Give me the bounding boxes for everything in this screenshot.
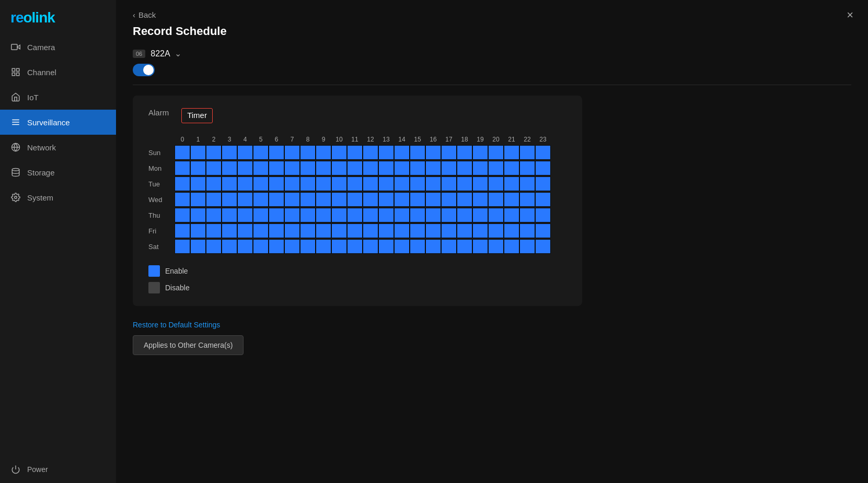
cell-thu-11[interactable] <box>347 208 363 222</box>
cell-sun-15[interactable] <box>410 145 425 160</box>
cell-thu-13[interactable] <box>378 208 394 222</box>
cell-wed-23[interactable] <box>535 192 551 207</box>
cell-sat-8[interactable] <box>300 239 316 254</box>
cell-mon-13[interactable] <box>378 161 394 175</box>
cell-wed-2[interactable] <box>206 192 222 207</box>
cell-mon-4[interactable] <box>237 161 253 175</box>
cell-tue-8[interactable] <box>300 176 316 191</box>
sidebar-item-surveillance[interactable]: Surveillance <box>0 110 116 135</box>
cell-fri-0[interactable] <box>175 223 190 238</box>
sidebar-item-network[interactable]: Network <box>0 135 116 160</box>
cell-fri-1[interactable] <box>190 223 206 238</box>
cell-sat-10[interactable] <box>331 239 347 254</box>
cell-tue-19[interactable] <box>472 176 488 191</box>
cell-wed-16[interactable] <box>425 192 441 207</box>
cell-wed-8[interactable] <box>300 192 316 207</box>
cell-thu-22[interactable] <box>519 208 535 222</box>
cell-mon-7[interactable] <box>284 161 300 175</box>
cell-tue-17[interactable] <box>441 176 457 191</box>
cell-sat-7[interactable] <box>284 239 300 254</box>
cell-fri-12[interactable] <box>363 223 378 238</box>
cell-sun-12[interactable] <box>363 145 378 160</box>
cell-sun-22[interactable] <box>519 145 535 160</box>
cell-tue-6[interactable] <box>269 176 284 191</box>
cell-wed-21[interactable] <box>504 192 519 207</box>
tab-timer[interactable]: Timer <box>181 108 213 123</box>
sidebar-item-channel[interactable]: Channel <box>0 60 116 85</box>
cell-mon-17[interactable] <box>441 161 457 175</box>
cell-fri-13[interactable] <box>378 223 394 238</box>
cell-fri-11[interactable] <box>347 223 363 238</box>
cell-mon-12[interactable] <box>363 161 378 175</box>
cell-tue-20[interactable] <box>488 176 504 191</box>
cell-fri-19[interactable] <box>472 223 488 238</box>
cell-sun-8[interactable] <box>300 145 316 160</box>
cell-sun-7[interactable] <box>284 145 300 160</box>
cell-fri-16[interactable] <box>425 223 441 238</box>
cell-fri-4[interactable] <box>237 223 253 238</box>
cell-wed-11[interactable] <box>347 192 363 207</box>
cell-thu-12[interactable] <box>363 208 378 222</box>
cell-tue-14[interactable] <box>394 176 410 191</box>
tab-alarm[interactable]: Alarm <box>148 108 169 123</box>
cell-sun-9[interactable] <box>316 145 331 160</box>
sidebar-item-system[interactable]: System <box>0 185 116 210</box>
cell-sat-23[interactable] <box>535 239 551 254</box>
close-button[interactable]: × <box>847 9 853 21</box>
cell-mon-22[interactable] <box>519 161 535 175</box>
cell-sat-0[interactable] <box>175 239 190 254</box>
cell-fri-15[interactable] <box>410 223 425 238</box>
cell-mon-21[interactable] <box>504 161 519 175</box>
cell-mon-8[interactable] <box>300 161 316 175</box>
cell-mon-16[interactable] <box>425 161 441 175</box>
cell-mon-3[interactable] <box>222 161 237 175</box>
cell-mon-5[interactable] <box>253 161 269 175</box>
cell-wed-13[interactable] <box>378 192 394 207</box>
cell-fri-8[interactable] <box>300 223 316 238</box>
cell-sun-19[interactable] <box>472 145 488 160</box>
cell-sun-11[interactable] <box>347 145 363 160</box>
cell-wed-6[interactable] <box>269 192 284 207</box>
cell-tue-23[interactable] <box>535 176 551 191</box>
cell-thu-6[interactable] <box>269 208 284 222</box>
cell-sat-19[interactable] <box>472 239 488 254</box>
cell-thu-21[interactable] <box>504 208 519 222</box>
back-link[interactable]: ‹ Back <box>133 10 851 19</box>
cell-sat-5[interactable] <box>253 239 269 254</box>
cell-thu-18[interactable] <box>457 208 472 222</box>
cell-sun-21[interactable] <box>504 145 519 160</box>
cell-sun-6[interactable] <box>269 145 284 160</box>
cell-wed-15[interactable] <box>410 192 425 207</box>
cell-thu-23[interactable] <box>535 208 551 222</box>
cell-tue-5[interactable] <box>253 176 269 191</box>
cell-fri-9[interactable] <box>316 223 331 238</box>
cell-tue-9[interactable] <box>316 176 331 191</box>
cell-tue-21[interactable] <box>504 176 519 191</box>
cell-sat-22[interactable] <box>519 239 535 254</box>
cell-sun-23[interactable] <box>535 145 551 160</box>
cell-wed-18[interactable] <box>457 192 472 207</box>
cell-thu-20[interactable] <box>488 208 504 222</box>
cell-sat-18[interactable] <box>457 239 472 254</box>
cell-fri-5[interactable] <box>253 223 269 238</box>
cell-tue-4[interactable] <box>237 176 253 191</box>
cell-mon-14[interactable] <box>394 161 410 175</box>
cell-sat-2[interactable] <box>206 239 222 254</box>
cell-thu-4[interactable] <box>237 208 253 222</box>
cell-wed-14[interactable] <box>394 192 410 207</box>
cell-tue-13[interactable] <box>378 176 394 191</box>
cell-sun-5[interactable] <box>253 145 269 160</box>
cell-thu-1[interactable] <box>190 208 206 222</box>
cell-wed-19[interactable] <box>472 192 488 207</box>
cell-tue-16[interactable] <box>425 176 441 191</box>
cell-sat-20[interactable] <box>488 239 504 254</box>
camera-dropdown[interactable]: 822A ⌄ <box>151 49 181 58</box>
cell-fri-23[interactable] <box>535 223 551 238</box>
power-button[interactable]: Power <box>0 456 116 483</box>
cell-mon-18[interactable] <box>457 161 472 175</box>
cell-tue-10[interactable] <box>331 176 347 191</box>
enable-toggle[interactable] <box>133 64 155 76</box>
cell-fri-14[interactable] <box>394 223 410 238</box>
cell-fri-21[interactable] <box>504 223 519 238</box>
cell-wed-1[interactable] <box>190 192 206 207</box>
